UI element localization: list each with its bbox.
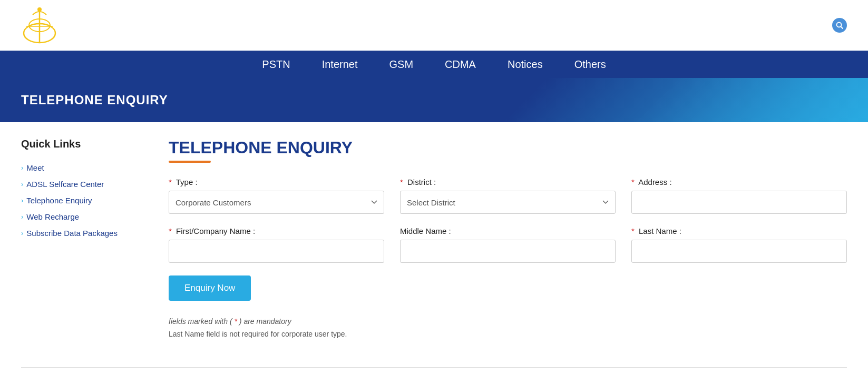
- sidebar-title: Quick Links: [21, 138, 148, 150]
- nav-home[interactable]: Home: [659, 21, 680, 30]
- address-input[interactable]: [631, 191, 847, 214]
- sidebar-item-label: Subscribe Data Packages: [26, 229, 118, 238]
- form-group-lastname: * Last Name :: [631, 227, 847, 263]
- nav-cdma[interactable]: CDMA: [445, 58, 476, 71]
- note-lastname: Last Name field is not required for corp…: [169, 328, 847, 341]
- sidebar-item-label: Telephone Enquiry: [26, 196, 92, 205]
- type-select[interactable]: Corporate Customers Individual Customers: [169, 191, 384, 214]
- required-star: *: [400, 178, 403, 186]
- nav-pstn[interactable]: PSTN: [262, 58, 290, 71]
- arrow-icon: ›: [21, 180, 23, 188]
- nav-notices[interactable]: Notices: [508, 58, 543, 71]
- district-label: * District :: [400, 178, 616, 186]
- form-title-underline: [169, 161, 211, 163]
- main-content: TELEPHONE ENQUIRY * Type : Corporate Cus…: [169, 138, 847, 341]
- form-row-1: * Type : Corporate Customers Individual …: [169, 178, 847, 214]
- nav-others[interactable]: Others: [574, 58, 606, 71]
- footer-separator: [21, 367, 847, 368]
- district-select[interactable]: Select District: [400, 191, 616, 214]
- nav-internet[interactable]: Internet: [322, 58, 358, 71]
- note-star: *: [234, 317, 237, 326]
- firstname-label: * First/Company Name :: [169, 227, 384, 235]
- type-label: * Type :: [169, 178, 384, 186]
- middlename-input[interactable]: [400, 240, 616, 263]
- form-title: TELEPHONE ENQUIRY: [169, 138, 847, 158]
- sidebar-item-web-recharge[interactable]: › Web Recharge: [21, 209, 148, 225]
- page-banner: TELEPHONE ENQUIRY: [0, 78, 868, 122]
- required-star: *: [631, 178, 635, 186]
- sidebar-item-meet[interactable]: › Meet: [21, 160, 148, 176]
- enquiry-button[interactable]: Enquiry Now: [169, 275, 251, 301]
- content-wrapper: Quick Links › Meet › ADSL Selfcare Cente…: [0, 122, 868, 357]
- header: Nepal Telecom Home Individual Corporate …: [0, 0, 868, 78]
- sidebar-list: › Meet › ADSL Selfcare Center › Telephon…: [21, 160, 148, 241]
- firstname-input[interactable]: [169, 240, 384, 263]
- form-group-firstname: * First/Company Name :: [169, 227, 384, 263]
- svg-line-6: [841, 27, 843, 29]
- sidebar-item-subscribe-data[interactable]: › Subscribe Data Packages: [21, 225, 148, 241]
- middlename-label: Middle Name :: [400, 227, 616, 235]
- required-star: *: [631, 227, 635, 235]
- nav-individual[interactable]: Individual: [696, 21, 729, 30]
- sidebar-item-telephone-enquiry[interactable]: › Telephone Enquiry: [21, 192, 148, 209]
- form-row-2: * First/Company Name : Middle Name : * L…: [169, 227, 847, 263]
- sidebar-item-adsl[interactable]: › ADSL Selfcare Center: [21, 176, 148, 192]
- required-star: *: [169, 178, 172, 186]
- form-group-address: * Address :: [631, 178, 847, 214]
- logo-area: Nepal Telecom: [21, 4, 115, 46]
- arrow-icon: ›: [21, 213, 23, 221]
- sidebar-item-label: Web Recharge: [26, 212, 79, 221]
- search-icon[interactable]: [832, 18, 847, 33]
- page-banner-title: TELEPHONE ENQUIRY: [21, 93, 168, 107]
- nav-gsm[interactable]: GSM: [389, 58, 413, 71]
- form-group-type: * Type : Corporate Customers Individual …: [169, 178, 384, 214]
- sidebar-item-label: ADSL Selfcare Center: [26, 180, 104, 189]
- required-star: *: [169, 227, 172, 235]
- logo-text: Nepal Telecom: [63, 21, 115, 29]
- logo-icon: [21, 4, 58, 46]
- nav-email[interactable]: Email: [796, 21, 816, 30]
- sidebar-item-label: Meet: [26, 163, 44, 172]
- note-mandatory: fields marked with ( * ) are mandatory: [169, 316, 847, 328]
- lastname-label: * Last Name :: [631, 227, 847, 235]
- form-notes: fields marked with ( * ) are mandatory L…: [169, 316, 847, 341]
- main-nav: PSTN Internet GSM CDMA Notices Others: [0, 51, 868, 78]
- svg-point-4: [37, 7, 42, 12]
- form-group-middlename: Middle Name :: [400, 227, 616, 263]
- form-group-district: * District : Select District: [400, 178, 616, 214]
- arrow-icon: ›: [21, 229, 23, 237]
- nav-corporate[interactable]: Corporate: [746, 21, 781, 30]
- top-nav: Home Individual Corporate Email: [659, 18, 847, 33]
- arrow-icon: ›: [21, 164, 23, 172]
- arrow-icon: ›: [21, 196, 23, 204]
- address-label: * Address :: [631, 178, 847, 186]
- sidebar: Quick Links › Meet › ADSL Selfcare Cente…: [21, 138, 148, 341]
- lastname-input[interactable]: [631, 240, 847, 263]
